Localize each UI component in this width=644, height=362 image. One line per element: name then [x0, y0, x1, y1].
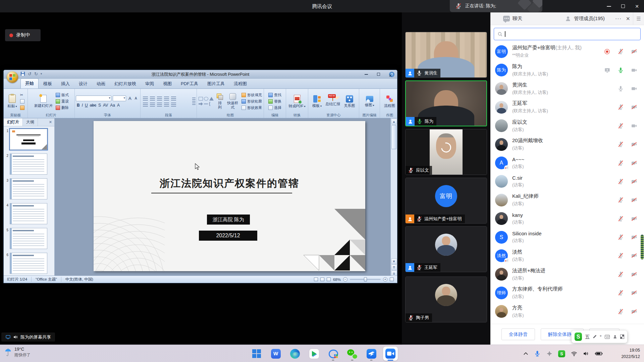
ribbon-button[interactable]: 重设: [55, 98, 69, 105]
mic-status-icon[interactable]: [618, 48, 624, 55]
handwriting-icon[interactable]: [593, 335, 596, 339]
ribbon-button[interactable]: 替换: [268, 98, 282, 105]
slide-thumbnail[interactable]: 2: [5, 154, 53, 175]
ribbon-button[interactable]: 转成PDF ▾: [287, 94, 307, 109]
ribbon-button[interactable]: 形状效果: [241, 105, 263, 111]
zoom-slider[interactable]: [350, 279, 381, 280]
ppt-tab-审阅[interactable]: 审阅: [141, 79, 158, 88]
member-row[interactable]: 20温州戴增收 (访客): [490, 135, 644, 154]
pane-tab-slides[interactable]: 幻灯片: [4, 118, 23, 126]
panel-more-icon[interactable]: ···: [615, 12, 622, 25]
zoom-out-icon[interactable]: −: [343, 277, 347, 282]
ribbon-button[interactable]: 版式: [55, 92, 69, 98]
office-button[interactable]: [7, 71, 18, 83]
slide-thumbnail[interactable]: 4: [5, 203, 53, 224]
mic-status-icon[interactable]: [618, 290, 624, 296]
pane-close-icon[interactable]: ✕: [49, 120, 54, 124]
panel-close-icon[interactable]: ✕: [626, 12, 630, 25]
ppt-tab-设计[interactable]: 设计: [74, 79, 92, 88]
ribbon-button[interactable]: 删除: [55, 105, 69, 111]
ribbon-button[interactable]: 新建幻灯片: [33, 94, 54, 109]
undo-icon[interactable]: ↺: [28, 72, 32, 76]
normal-view-icon[interactable]: [314, 278, 318, 281]
wifi-icon[interactable]: [571, 351, 577, 356]
tray-mic-icon[interactable]: [534, 350, 541, 357]
ribbon-button[interactable]: 形状填充: [241, 92, 263, 98]
vertical-scrollbar[interactable]: ▲ ▼ ⇈ ⇊: [390, 118, 397, 276]
member-row[interactable]: 法进所+梅法进 (访客): [490, 265, 644, 284]
ppt-tab-动画[interactable]: 动画: [92, 79, 110, 88]
camera-status-icon[interactable]: [631, 252, 637, 259]
taskbar-app-wechat[interactable]: [345, 346, 359, 361]
toolbox-grid-icon[interactable]: [620, 335, 624, 339]
slide-thumbnail[interactable]: 5: [5, 228, 53, 249]
ppt-tab-插入[interactable]: 插入: [57, 79, 74, 88]
ribbon-button[interactable]: NEW总结汇报: [324, 96, 341, 107]
keyboard-icon[interactable]: [605, 335, 610, 339]
mic-status-icon[interactable]: [618, 104, 624, 110]
redo-icon[interactable]: ↻: [34, 72, 38, 76]
ribbon-button[interactable]: 形状轮廓: [241, 98, 263, 105]
ppt-tab-视图[interactable]: 视图: [159, 79, 176, 88]
mic-status-icon[interactable]: [618, 216, 624, 222]
camera-status-icon[interactable]: [631, 216, 637, 222]
mic-status-icon[interactable]: [618, 197, 624, 203]
maximize-button[interactable]: [616, 0, 630, 12]
tray-expand-icon[interactable]: [523, 352, 528, 355]
video-tile[interactable]: 富明 温州知产委+徐富明: [405, 178, 487, 224]
taskbar-app-start[interactable]: [250, 346, 263, 361]
taskbar-app-dingtalk[interactable]: [365, 346, 378, 361]
member-row[interactable]: A A~~~ (访客): [490, 154, 644, 172]
mic-status-icon[interactable]: [618, 67, 624, 73]
mic-status-icon[interactable]: [618, 308, 624, 315]
member-row[interactable]: Kali_纪律师 (访客): [490, 191, 644, 209]
member-row[interactable]: 黄润生 (联席主持人, 访客): [490, 79, 644, 98]
input-method-toolbar[interactable]: S 五 °: [572, 330, 627, 343]
mic-status-icon[interactable]: [618, 85, 624, 92]
member-row[interactable]: 淡然 淡然 (访客): [490, 246, 644, 265]
taskbar-app-edge[interactable]: [288, 346, 302, 361]
video-tile[interactable]: 陶子男: [405, 277, 487, 322]
member-row[interactable]: S Silicon inside (访客): [490, 228, 644, 246]
member-row[interactable]: 方亮 (访客): [490, 302, 644, 320]
previous-slide-icon[interactable]: ⇈: [391, 264, 397, 270]
camera-status-icon[interactable]: [631, 197, 637, 203]
mic-status-icon[interactable]: [618, 141, 624, 147]
slide-sorter-view-icon[interactable]: [320, 278, 324, 281]
mic-status-icon[interactable]: [618, 271, 624, 278]
ppt-tab-开始[interactable]: 开始: [20, 78, 39, 88]
panel-scrollbar-thumb[interactable]: [641, 235, 644, 259]
camera-status-icon[interactable]: [631, 271, 637, 278]
minimize-button[interactable]: [602, 0, 616, 12]
member-row[interactable]: 王延军 (联席主持人, 访客): [490, 98, 644, 116]
slideshow-view-icon[interactable]: [327, 278, 331, 281]
sogou-logo-icon[interactable]: S: [575, 333, 582, 341]
ribbon-button[interactable]: 查找: [268, 92, 282, 98]
pane-tab-outline[interactable]: 大纲: [23, 118, 38, 126]
volume-icon[interactable]: [583, 351, 589, 356]
camera-status-icon[interactable]: [631, 85, 637, 92]
ribbon-button[interactable]: 修图 ▾: [363, 95, 375, 108]
video-tile[interactable]: 王延军: [405, 226, 487, 272]
video-tile[interactable]: 陈为: [405, 80, 487, 126]
ribbon-button[interactable]: 选择: [268, 105, 282, 111]
taskbar-app-tencent-meeting[interactable]: [384, 346, 397, 361]
mic-status-icon[interactable]: [618, 160, 624, 166]
person-setting-icon[interactable]: [613, 334, 617, 339]
slide-thumbnail[interactable]: 1: [5, 129, 53, 150]
qat-dropdown-icon[interactable]: ▾: [41, 72, 42, 75]
camera-status-icon[interactable]: [631, 48, 637, 55]
weather-widget[interactable]: 19°C 雨快停了: [5, 347, 31, 358]
camera-status-icon[interactable]: [631, 67, 637, 73]
scrollbar-thumb[interactable]: [391, 125, 396, 149]
ribbon-button[interactable]: 排列: [215, 93, 224, 110]
video-tile[interactable]: 应以文: [405, 129, 487, 175]
camera-status-icon[interactable]: [631, 123, 637, 129]
camera-status-icon[interactable]: [631, 308, 637, 315]
mic-status-icon[interactable]: [618, 123, 624, 129]
taskbar-app-wps[interactable]: W: [269, 346, 282, 361]
member-row[interactable]: C.sir (访客): [490, 172, 644, 191]
ppt-close-button[interactable]: ✕: [386, 71, 395, 77]
ppt-restore-button[interactable]: [374, 71, 383, 77]
camera-status-icon[interactable]: [631, 178, 637, 185]
